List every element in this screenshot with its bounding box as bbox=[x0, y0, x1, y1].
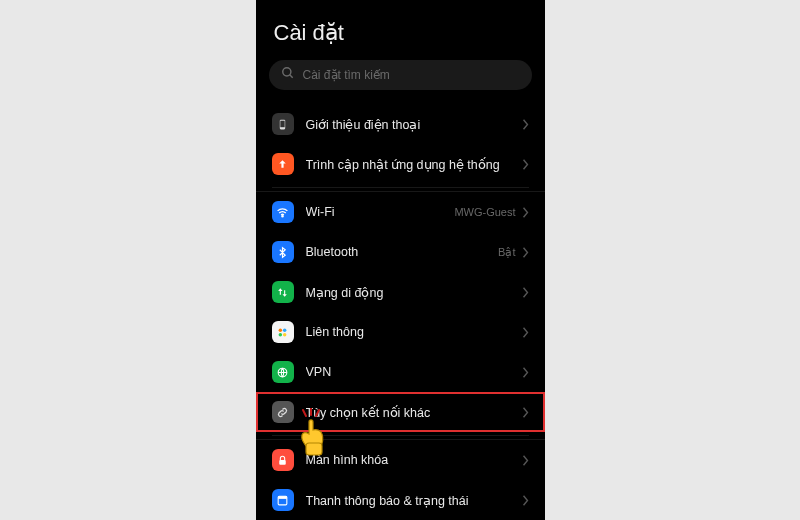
chevron-right-icon bbox=[522, 119, 529, 130]
chevron-right-icon bbox=[522, 247, 529, 258]
arrow-up-icon bbox=[272, 153, 294, 175]
svg-point-5 bbox=[279, 328, 282, 331]
row-label: Thanh thông báo & trạng thái bbox=[306, 493, 522, 508]
settings-row-wifi[interactable]: Wi-FiMWG-Guest bbox=[256, 192, 545, 232]
page-title: Cài đặt bbox=[256, 0, 545, 60]
settings-row-vpn[interactable]: VPN bbox=[256, 352, 545, 392]
chevron-right-icon bbox=[522, 455, 529, 466]
arrows-icon bbox=[272, 281, 294, 303]
globe-icon bbox=[272, 361, 294, 383]
settings-row-other-conn[interactable]: Tùy chọn kết nối khác bbox=[256, 392, 545, 432]
settings-screen: Cài đặt Cài đặt tìm kiếm Giới thiệu điện… bbox=[256, 0, 545, 520]
svg-point-7 bbox=[279, 332, 282, 335]
settings-row-statusbar[interactable]: Thanh thông báo & trạng thái bbox=[256, 480, 545, 520]
chevron-right-icon bbox=[522, 327, 529, 338]
svg-point-4 bbox=[282, 215, 283, 216]
bluetooth-icon bbox=[272, 241, 294, 263]
row-value: Bật bbox=[498, 246, 515, 259]
row-label: Wi-Fi bbox=[306, 205, 455, 219]
lock-icon bbox=[272, 449, 294, 471]
row-value: MWG-Guest bbox=[454, 206, 515, 218]
row-label: Tùy chọn kết nối khác bbox=[306, 405, 522, 420]
settings-row-system-update[interactable]: Trình cập nhật ứng dụng hệ thống bbox=[256, 144, 545, 184]
search-input[interactable]: Cài đặt tìm kiếm bbox=[269, 60, 532, 90]
settings-row-interop[interactable]: Liên thông bbox=[256, 312, 545, 352]
search-icon bbox=[281, 66, 295, 84]
settings-row-about-phone[interactable]: Giới thiệu điện thoại bbox=[256, 104, 545, 144]
row-label: Mạng di động bbox=[306, 285, 522, 300]
settings-list: Giới thiệu điện thoạiTrình cập nhật ứng … bbox=[256, 104, 545, 520]
settings-row-mobile-data[interactable]: Mạng di động bbox=[256, 272, 545, 312]
settings-row-lockscreen[interactable]: Màn hình khóa bbox=[256, 440, 545, 480]
chevron-right-icon bbox=[522, 287, 529, 298]
chevron-right-icon bbox=[522, 207, 529, 218]
svg-point-0 bbox=[282, 68, 290, 76]
row-label: Liên thông bbox=[306, 325, 522, 339]
search-placeholder: Cài đặt tìm kiếm bbox=[303, 68, 390, 82]
row-label: Bluetooth bbox=[306, 245, 499, 259]
row-label: Giới thiệu điện thoại bbox=[306, 117, 522, 132]
chevron-right-icon bbox=[522, 159, 529, 170]
settings-row-bluetooth[interactable]: BluetoothBật bbox=[256, 232, 545, 272]
svg-line-1 bbox=[289, 75, 292, 78]
svg-rect-10 bbox=[279, 459, 286, 464]
wifi-icon bbox=[272, 201, 294, 223]
row-label: Trình cập nhật ứng dụng hệ thống bbox=[306, 157, 522, 172]
chevron-right-icon bbox=[522, 495, 529, 506]
chevron-right-icon bbox=[522, 367, 529, 378]
phone-icon bbox=[272, 113, 294, 135]
row-label: VPN bbox=[306, 365, 522, 379]
svg-rect-12 bbox=[278, 496, 287, 499]
svg-point-8 bbox=[283, 332, 286, 335]
row-label: Màn hình khóa bbox=[306, 453, 522, 467]
dots-icon bbox=[272, 321, 294, 343]
svg-rect-3 bbox=[280, 120, 284, 127]
chevron-right-icon bbox=[522, 407, 529, 418]
window-icon bbox=[272, 489, 294, 511]
svg-point-6 bbox=[283, 328, 286, 331]
link-icon bbox=[272, 401, 294, 423]
